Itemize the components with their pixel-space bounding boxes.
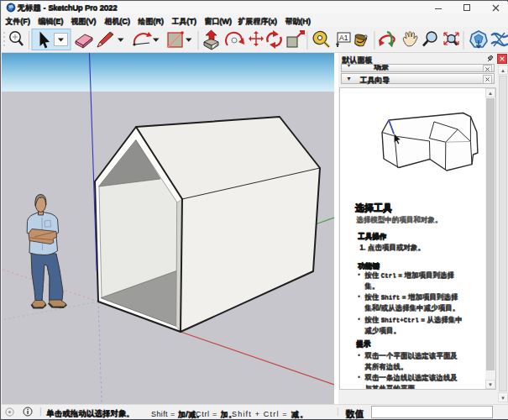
svg-text:A1: A1: [339, 34, 348, 42]
